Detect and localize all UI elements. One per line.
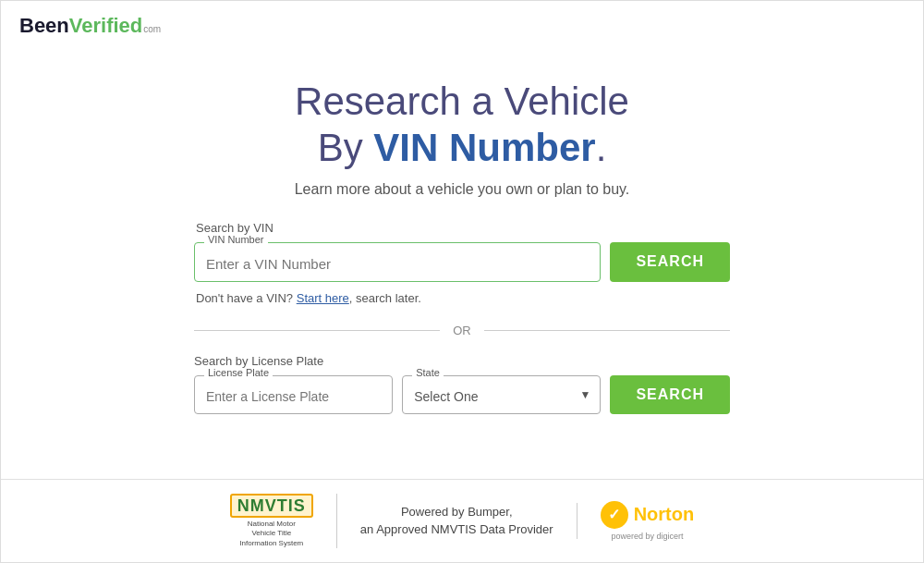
- start-here-link[interactable]: Start here: [297, 291, 349, 305]
- no-vin-text: Don't have a VIN? Start here, search lat…: [196, 291, 730, 305]
- vin-search-button[interactable]: SEARCH: [610, 242, 730, 282]
- title-period: .: [596, 126, 607, 169]
- logo-com: com: [143, 24, 161, 34]
- or-line-right: [484, 330, 730, 331]
- plate-section-label: Search by License Plate: [194, 354, 730, 368]
- nmvtis-full-name: National Motor Vehicle Title Information…: [235, 520, 309, 548]
- logo: BeenVerifiedcom: [19, 14, 905, 38]
- page-title: Research a Vehicle By VIN Number.: [295, 79, 629, 172]
- page-wrapper: BeenVerifiedcom Research a Vehicle By VI…: [0, 0, 924, 563]
- vin-section-label: Search by VIN: [196, 221, 730, 235]
- state-field-label: State: [412, 368, 444, 378]
- norton-name: Norton: [634, 504, 695, 525]
- plate-input[interactable]: [195, 376, 392, 413]
- vin-input-group: VIN Number SEARCH: [194, 242, 730, 282]
- no-vin-prefix: Don't have a VIN?: [196, 291, 297, 305]
- plate-field-label: License Plate: [204, 368, 273, 378]
- or-divider: OR: [194, 324, 730, 337]
- title-line2: By VIN Number.: [295, 125, 629, 171]
- title-vin: VIN Number: [373, 126, 595, 169]
- nmvtis-line1: National Motor Vehicle Title: [248, 520, 296, 537]
- nmvtis-acronym: NMVTIS: [230, 494, 313, 518]
- main-content: Research a Vehicle By VIN Number. Learn …: [1, 51, 923, 479]
- vin-field-wrapper: VIN Number: [194, 242, 601, 282]
- vin-input[interactable]: [195, 243, 600, 281]
- norton-logo: ✓ Norton: [601, 501, 695, 529]
- plate-field-wrapper: License Plate: [194, 375, 393, 414]
- footer: NMVTIS National Motor Vehicle Title Info…: [1, 479, 923, 562]
- bumper-line1: Powered by Bumper,: [401, 505, 513, 519]
- vin-field-label: VIN Number: [204, 235, 268, 245]
- title-line1: Research a Vehicle: [295, 79, 629, 125]
- bumper-text: Powered by Bumper, an Approved NMVTIS Da…: [337, 503, 578, 539]
- plate-search-button[interactable]: SEARCH: [610, 375, 730, 414]
- logo-verified: Verified: [69, 14, 142, 38]
- header: BeenVerifiedcom: [1, 1, 923, 51]
- nmvtis-line2: Information System: [239, 539, 303, 547]
- search-section: Search by VIN VIN Number SEARCH Don't ha…: [194, 221, 730, 414]
- nmvtis-badge: NMVTIS National Motor Vehicle Title Info…: [230, 494, 337, 548]
- subtitle: Learn more about a vehicle you own or pl…: [295, 181, 630, 198]
- state-select[interactable]: Select One Alabama Alaska Arizona Califo…: [403, 376, 600, 413]
- norton-checkmark-icon: ✓: [601, 501, 628, 529]
- nmvtis-logo: NMVTIS National Motor Vehicle Title Info…: [230, 494, 313, 548]
- state-field-wrapper: State Select One Alabama Alaska Arizona …: [402, 375, 601, 414]
- norton-digicert: powered by digicert: [611, 532, 683, 541]
- norton-badge: ✓ Norton powered by digicert: [578, 501, 695, 541]
- bumper-line2: an Approved NMVTIS Data Provider: [360, 522, 553, 536]
- plate-input-group: License Plate State Select One Alabama A…: [194, 375, 730, 414]
- no-vin-suffix: , search later.: [349, 291, 421, 305]
- or-line-left: [194, 330, 440, 331]
- logo-been: Been: [19, 14, 69, 38]
- title-by: By: [318, 126, 374, 169]
- or-text: OR: [440, 324, 484, 337]
- footer-inner: NMVTIS National Motor Vehicle Title Info…: [230, 494, 694, 548]
